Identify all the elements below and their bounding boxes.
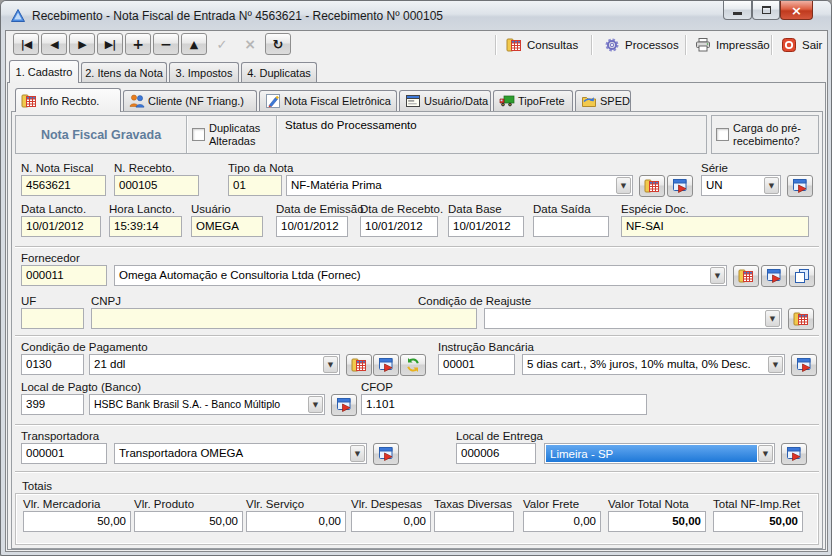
serie-select[interactable]: UN ▼ [701, 175, 781, 196]
processos-button[interactable]: Processos [601, 34, 682, 56]
vlr-mercadoria-input[interactable]: 50,00 [23, 511, 131, 532]
tab-itens-da-nota[interactable]: 2. Itens da Nota [81, 62, 167, 82]
instrucao-bancaria-goto-button[interactable] [791, 354, 817, 376]
carga-pre-recebimento-checkbox[interactable] [716, 128, 729, 141]
chevron-down-icon[interactable]: ▼ [765, 310, 780, 327]
vlr-servico-input[interactable]: 0,00 [246, 511, 346, 532]
data-lancto-input[interactable]: 10/01/2012 [21, 216, 101, 237]
condicao-reajuste-select[interactable]: ▼ [484, 308, 782, 329]
nav-delete-button[interactable]: − [153, 33, 179, 55]
close-button[interactable]: × [780, 1, 813, 20]
impressao-button[interactable]: Impressão [692, 34, 773, 56]
chevron-down-icon[interactable]: ▼ [768, 356, 783, 373]
data-base-input[interactable]: 10/01/2012 [448, 216, 524, 237]
instrucao-bancaria-select[interactable]: 5 dias cart., 3% juros, 10% multa, 0% De… [522, 354, 785, 375]
data-saida-input[interactable] [533, 216, 609, 237]
nav-first-button[interactable]: |◀ [13, 33, 39, 55]
consultas-button[interactable]: Consultas [503, 34, 581, 56]
local-entrega-select[interactable]: Limeira - SP ▼ [544, 443, 775, 464]
transportadora-code-input[interactable]: 000001 [21, 443, 107, 464]
toolbar-separator [771, 35, 773, 55]
tipo-da-nota-code-input[interactable]: 01 [228, 175, 282, 196]
nav-insert-button[interactable]: + [125, 33, 151, 55]
condicao-pagamento-code-input[interactable]: 0130 [21, 354, 84, 375]
total-nf-imp-ret-input[interactable]: 50,00 [713, 511, 803, 532]
condicao-pagamento-refresh-button[interactable] [400, 354, 426, 376]
subtab-info-recbto[interactable]: Info Recbto. [15, 88, 121, 112]
fornecedor-lookup-button[interactable] [733, 265, 759, 287]
chevron-down-icon[interactable]: ▼ [323, 356, 338, 373]
minimize-button[interactable] [723, 1, 752, 20]
valor-frete-input[interactable]: 0,00 [523, 511, 601, 532]
fornecedor-copy-button[interactable] [789, 265, 815, 287]
valor-total-nota-label: Valor Total Nota [608, 498, 689, 511]
nav-last-button[interactable]: ▶| [97, 33, 123, 55]
fornecedor-select[interactable]: Omega Automação e Consultoria Ltda (Forn… [114, 265, 727, 286]
dta-recebto-input[interactable]: 10/01/2012 [360, 216, 438, 237]
duplicatas-cell: Duplicatas Alteradas [188, 116, 276, 153]
instrucao-bancaria-label: Instrução Bancária [438, 341, 534, 354]
fornecedor-code-input[interactable]: 000011 [21, 265, 107, 286]
subtab-usuario-data[interactable]: Usuário/Data [399, 90, 491, 111]
subtab-tipofrete[interactable]: TipoFrete [493, 90, 573, 111]
condicao-pagamento-select[interactable]: 21 ddl ▼ [89, 354, 340, 375]
cnpj-input[interactable] [91, 308, 477, 329]
nav-cancel-button[interactable]: × [237, 33, 263, 55]
app-logo-icon [10, 8, 26, 24]
cfop-label: CFOP [361, 381, 393, 394]
usuario-input[interactable]: OMEGA [191, 216, 263, 237]
condicao-reajuste-lookup-button[interactable] [788, 308, 814, 330]
valor-total-nota-input[interactable]: 50,00 [608, 511, 706, 532]
subtab-sped[interactable]: SPED [575, 90, 631, 111]
n-recebto-input[interactable]: 000105 [114, 175, 199, 196]
maximize-button[interactable] [752, 1, 780, 20]
toolbar-separator [591, 35, 593, 55]
n-nota-fiscal-input[interactable]: 4563621 [21, 175, 106, 196]
transportadora-goto-button[interactable] [373, 443, 399, 465]
local-entrega-goto-button[interactable] [781, 443, 807, 465]
subtab-nota-fiscal-eletronica[interactable]: Nota Fiscal Eletrônica [259, 90, 397, 111]
condicao-pagamento-lookup-button[interactable] [346, 354, 372, 376]
transportadora-select[interactable]: Transportadora OMEGA ▼ [114, 443, 367, 464]
tab-duplicatas[interactable]: 4. Duplicatas [241, 62, 317, 82]
fornecedor-label: Fornecedor [21, 252, 80, 265]
nota-fiscal-status-cell: Nota Fiscal Gravada [16, 116, 186, 153]
vlr-produto-input[interactable]: 50,00 [134, 511, 243, 532]
especie-doc-input[interactable]: NF-SAI [621, 216, 809, 237]
nav-post-button[interactable]: ✓ [209, 33, 235, 55]
nav-next-button[interactable]: ▶ [69, 33, 95, 55]
tipo-da-nota-lookup-button[interactable] [639, 175, 665, 197]
local-entrega-code-input[interactable]: 000006 [456, 443, 536, 464]
data-emissao-input[interactable]: 10/01/2012 [276, 216, 348, 237]
chevron-down-icon[interactable]: ▼ [764, 177, 779, 194]
nav-prior-button[interactable]: ◀ [41, 33, 67, 55]
sair-button[interactable]: Sair [778, 34, 825, 56]
chevron-down-icon[interactable]: ▼ [308, 396, 323, 413]
chevron-down-icon[interactable]: ▼ [350, 445, 365, 462]
taxas-diversas-input[interactable] [434, 511, 514, 532]
tipo-da-nota-goto-button[interactable] [667, 175, 693, 197]
local-pagto-select[interactable]: HSBC Bank Brasil S.A. - Banco Múltiplo ▼ [89, 394, 325, 415]
chevron-down-icon[interactable]: ▼ [758, 445, 773, 462]
nav-edit-button[interactable]: ▲ [181, 33, 207, 55]
chevron-down-icon[interactable]: ▼ [616, 177, 631, 194]
vlr-despesas-input[interactable]: 0,00 [351, 511, 431, 532]
tab-impostos[interactable]: 3. Impostos [169, 62, 239, 82]
table-icon [793, 311, 809, 327]
chevron-down-icon[interactable]: ▼ [710, 267, 725, 284]
local-pagto-code-input[interactable]: 399 [21, 394, 84, 415]
duplicatas-alteradas-checkbox[interactable] [192, 128, 205, 141]
hora-lancto-input[interactable]: 15:39:14 [109, 216, 182, 237]
uf-input[interactable] [21, 308, 84, 329]
condicao-pagamento-goto-button[interactable] [373, 354, 399, 376]
fornecedor-goto-button[interactable] [761, 265, 787, 287]
nav-refresh-button[interactable]: ↻ [265, 33, 291, 55]
local-pagto-goto-button[interactable] [331, 394, 357, 416]
tipo-da-nota-select[interactable]: NF-Matéria Prima ▼ [286, 175, 633, 196]
instrucao-bancaria-code-input[interactable]: 00001 [438, 354, 515, 375]
subtab-cliente-nf-triang[interactable]: Cliente (NF Triang.) [123, 90, 257, 111]
tab-cadastro[interactable]: 1. Cadastro [9, 60, 79, 83]
title-bar[interactable]: Recebimento - Nota Fiscal de Entrada Nº … [1, 1, 831, 30]
cfop-input[interactable]: 1.101 [361, 394, 647, 415]
serie-goto-button[interactable] [787, 175, 813, 197]
